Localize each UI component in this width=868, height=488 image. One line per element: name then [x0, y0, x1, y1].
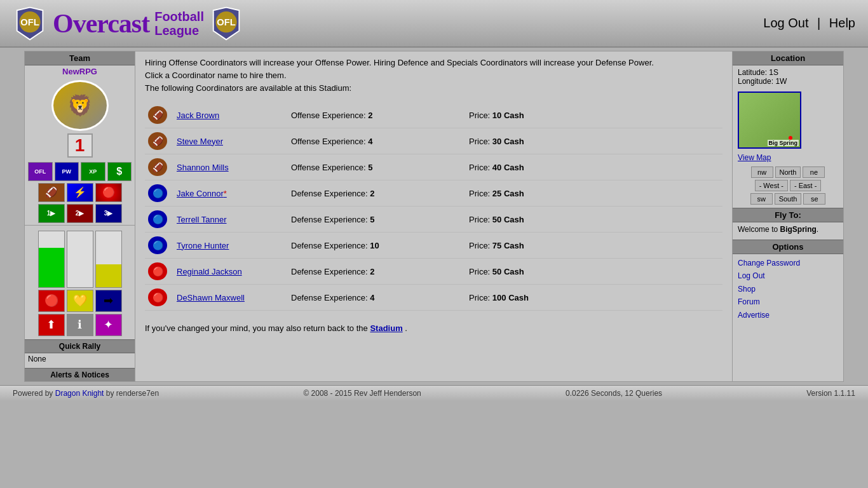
icon-row-2: 🏈 ⚡ 🔴	[28, 183, 132, 202]
map-city-label: Big Spring	[768, 140, 799, 146]
latitude-text: Latitude: 1S	[738, 68, 838, 77]
nav-se-button[interactable]: se	[803, 193, 825, 205]
special-info-icon[interactable]: ℹ	[67, 314, 93, 336]
footer-performance: 0.0226 Seconds, 12 Queries	[566, 389, 662, 398]
logout-option-link[interactable]: Log Out	[738, 269, 838, 282]
logo-shield-left-icon: OFL	[13, 4, 48, 43]
options-list: Change Password Log Out Shop Forum Adver…	[733, 254, 843, 324]
nav-grid: nw North ne - West - - East - sw South s…	[738, 166, 838, 205]
description-1: Hiring Offense Coordinators will increas…	[145, 58, 722, 67]
coordinator-name[interactable]: Jack Brown	[177, 111, 219, 120]
pw-icon[interactable]: PW	[55, 162, 79, 181]
logo-shield-right-icon: OFL	[209, 4, 244, 43]
nav-ne-button[interactable]: ne	[803, 166, 825, 178]
help-link[interactable]: Help	[829, 16, 855, 30]
exp-value: 4	[370, 293, 374, 302]
coordinator-name[interactable]: Shannon Mills	[177, 163, 229, 172]
nav-east-button[interactable]: - East -	[790, 180, 821, 191]
avatar: 🦁	[51, 80, 109, 131]
exp-label: Defense Experience:	[291, 215, 370, 224]
action-red-icon[interactable]: 🔴	[38, 290, 65, 312]
bar-row	[28, 227, 132, 288]
nav-south-button[interactable]: South	[775, 193, 802, 205]
num3-icon[interactable]: 3▶	[95, 204, 122, 223]
num1-icon[interactable]: 1▶	[38, 204, 65, 223]
forum-link[interactable]: Forum	[738, 295, 838, 308]
footer-copyright: © 2008 - 2015 Rev Jeff Henderson	[303, 389, 421, 398]
exp-value: 4	[368, 137, 372, 146]
coordinator-icon: 🔴	[148, 262, 167, 280]
longitude-text: Longitude: 1W	[738, 77, 838, 86]
num2-icon[interactable]: 2▶	[67, 204, 93, 223]
bar-fill-3	[96, 264, 121, 287]
ofl-icon[interactable]: OFL	[28, 162, 53, 181]
logo-text-group: Overcast	[53, 8, 149, 39]
header-nav: Log Out | Help	[763, 16, 855, 30]
coordinator-name[interactable]: DeShawn Maxwell	[177, 293, 245, 302]
logout-link[interactable]: Log Out	[763, 16, 808, 30]
special-row: ⬆ ℹ ✦	[28, 314, 132, 336]
price-value: 50 Cash	[492, 267, 524, 276]
nav-nw-button[interactable]: nw	[751, 166, 773, 178]
coordinator-icon: 🔵	[148, 236, 167, 254]
coordinator-icon: 🏈	[148, 106, 167, 124]
coordinator-row: 🔵 Terrell Tanner Defense Experience: 5 P…	[145, 207, 722, 233]
svg-text:OFL: OFL	[217, 17, 236, 27]
nav-north-button[interactable]: North	[775, 166, 801, 178]
coordinator-name[interactable]: Tyrone Hunter	[177, 241, 229, 250]
stadium-link[interactable]: Stadium	[370, 323, 402, 333]
price-label: Price:	[469, 293, 492, 302]
price-value: 25 Cash	[492, 189, 524, 198]
price-value: 75 Cash	[492, 241, 524, 250]
description-3: The following Coordinators are available…	[145, 83, 722, 93]
quick-rally-header: Quick Rally	[25, 339, 135, 353]
nav-row-top: nw North ne	[738, 166, 838, 178]
price-label: Price:	[469, 267, 492, 276]
team-rank: 1	[67, 133, 93, 158]
coordinator-name[interactable]: Terrell Tanner	[177, 215, 227, 224]
nav-separator: |	[817, 16, 820, 30]
coordinator-icon: 🏈	[148, 158, 167, 176]
price-label: Price:	[469, 137, 492, 146]
special-up-icon[interactable]: ⬆	[38, 314, 65, 336]
advertise-link[interactable]: Advertise	[738, 309, 838, 322]
nav-sw-button[interactable]: sw	[750, 193, 773, 205]
coordinator-icon: 🏈	[148, 132, 167, 150]
coordinator-table: 🏈 Jack Brown Offense Experience: 2 Price…	[145, 102, 722, 311]
xp-icon[interactable]: XP	[81, 162, 105, 181]
special-multi-icon[interactable]: ✦	[95, 314, 122, 336]
coordinator-row: 🏈 Steve Meyer Offense Experience: 4 Pric…	[145, 128, 722, 154]
exp-label: Defense Experience:	[291, 189, 370, 198]
exp-label: Defense Experience:	[291, 241, 370, 250]
icon-row-1: OFL PW XP $	[28, 162, 132, 181]
coordinator-row: 🔴 Reginald Jackson Defense Experience: 2…	[145, 259, 722, 285]
cash-icon[interactable]: $	[107, 162, 132, 181]
logo-main-text: Overcast	[53, 9, 149, 38]
return-text-post: .	[405, 323, 407, 333]
blue-icon[interactable]: ⚡	[67, 183, 93, 202]
change-password-link[interactable]: Change Password	[738, 257, 838, 269]
location-info: Latitude: 1S Longitude: 1W	[733, 65, 843, 88]
action-yellow-icon[interactable]: 💛	[67, 290, 93, 312]
bar-2	[67, 231, 93, 288]
fly-to-header: Fly To:	[733, 208, 843, 222]
red-icon[interactable]: 🔴	[95, 183, 122, 202]
exp-value: 2	[370, 267, 374, 276]
dragon-knight-link[interactable]: Dragon Knight	[55, 389, 104, 398]
coordinator-row: 🔵 Tyrone Hunter Defense Experience: 10 P…	[145, 233, 722, 259]
coordinator-name[interactable]: Jake Connor*	[177, 189, 227, 198]
price-label: Price:	[469, 163, 492, 172]
nav-west-button[interactable]: - West -	[755, 180, 788, 191]
price-value: 100 Cash	[492, 293, 529, 302]
sidebar-team-header: Team	[25, 51, 135, 65]
action-row: 🔴 💛 ➡	[28, 290, 132, 312]
shop-link[interactable]: Shop	[738, 283, 838, 295]
coordinator-name[interactable]: Steve Meyer	[177, 137, 223, 146]
action-blue-icon[interactable]: ➡	[95, 290, 122, 312]
ball-icon[interactable]: 🏈	[38, 183, 65, 202]
view-map-link[interactable]: View Map	[733, 152, 843, 163]
coordinator-name[interactable]: Reginald Jackson	[177, 267, 242, 276]
alerts-notices-button[interactable]: Alerts & Notices	[25, 368, 135, 381]
location-header: Location	[733, 51, 843, 65]
price-value: 10 Cash	[492, 111, 524, 120]
